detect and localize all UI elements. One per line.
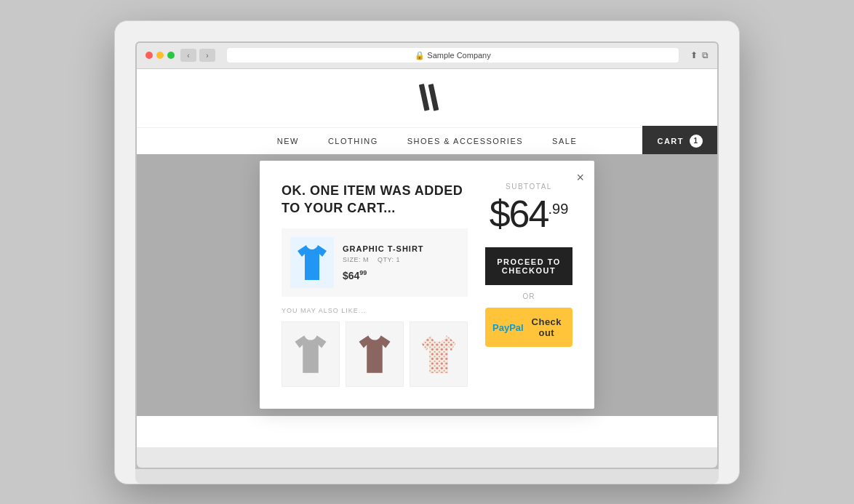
price-cents: .99	[548, 201, 568, 217]
laptop-frame: ‹ › 🔒 Sample Company ⬆ ⧉	[114, 20, 740, 484]
nav-items: NEW CLOTHING SHOES & ACCESSORIES SALE	[277, 128, 577, 154]
paypal-checkout-text: Check out	[528, 316, 565, 338]
nav-item-shoes[interactable]: SHOES & ACCESSORIES	[407, 137, 523, 145]
cart-item: GRAPHIC T-SHIRT SIZE: M QTY: 1 $	[282, 228, 468, 297]
nav-item-clothing[interactable]: CLOTHING	[328, 137, 378, 145]
tshirt-blue-icon	[296, 244, 328, 281]
laptop-bottom-bar	[137, 447, 717, 468]
laptop-base	[135, 469, 719, 484]
svg-rect-1	[428, 84, 439, 111]
site-header: NEW CLOTHING SHOES & ACCESSORIES SALE CA…	[137, 69, 717, 154]
modal-right: SUBTOTAL $64.99 PROCEED TO CHECKOUT OR P…	[485, 183, 572, 387]
site-nav: NEW CLOTHING SHOES & ACCESSORIES SALE CA…	[137, 127, 717, 154]
url-bar[interactable]: 🔒 Sample Company	[227, 48, 679, 63]
cart-label: CART	[657, 137, 684, 145]
patterned-shirt-icon	[421, 334, 456, 375]
browser-actions: ⬆ ⧉	[690, 50, 709, 60]
cart-nav-button[interactable]: CART 1	[642, 126, 717, 156]
proceed-checkout-button[interactable]: PROCEED TO CHECKOUT	[485, 247, 572, 285]
nav-item-new[interactable]: NEW	[277, 137, 299, 145]
paypal-checkout-button[interactable]: PayPal Check out	[485, 308, 572, 347]
price-dollars: $64	[490, 193, 548, 235]
suggestion-item-3[interactable]	[410, 321, 468, 387]
site-background: NEW CLOTHING SHOES & ACCESSORIES SALE CA…	[137, 69, 717, 447]
suggestion-item-1[interactable]	[282, 321, 340, 387]
item-qty: QTY: 1	[378, 256, 400, 263]
item-price: $6499	[343, 269, 459, 281]
site-logo	[412, 84, 442, 116]
modal-left: OK. ONE ITEM WAS ADDED TO YOUR CART...	[282, 183, 468, 387]
or-divider: OR	[523, 292, 535, 300]
you-may-like-label: YOU MAY ALSO LIKE...	[282, 307, 468, 314]
browser-dots	[145, 52, 175, 59]
browser-nav: ‹ ›	[180, 49, 215, 62]
tabs-button[interactable]: ⧉	[702, 50, 709, 60]
paypal-logo: PayPal	[492, 322, 524, 333]
svg-rect-0	[419, 84, 430, 111]
cart-item-image	[290, 237, 334, 288]
close-dot[interactable]	[145, 52, 153, 59]
nav-item-sale[interactable]: SALE	[552, 137, 577, 145]
cart-item-details: GRAPHIC T-SHIRT SIZE: M QTY: 1 $	[343, 244, 459, 281]
modal-close-button[interactable]: ×	[576, 171, 584, 184]
screen-content: × OK. ONE ITEM WAS ADDED TO YOUR CART...	[137, 154, 717, 416]
maximize-dot[interactable]	[167, 52, 175, 59]
logo-icon	[412, 84, 442, 113]
modal-layout: OK. ONE ITEM WAS ADDED TO YOUR CART...	[282, 183, 572, 387]
cart-modal: × OK. ONE ITEM WAS ADDED TO YOUR CART...	[260, 161, 594, 409]
forward-button[interactable]: ›	[199, 49, 215, 62]
url-text: 🔒 Sample Company	[415, 51, 491, 60]
subtotal-price: $64.99	[490, 195, 569, 233]
item-meta: SIZE: M QTY: 1	[343, 256, 459, 263]
back-button[interactable]: ‹	[180, 49, 196, 62]
minimize-dot[interactable]	[156, 52, 164, 59]
site-container: NEW CLOTHING SHOES & ACCESSORIES SALE CA…	[137, 69, 717, 447]
browser-bar: ‹ › 🔒 Sample Company ⬆ ⧉	[137, 43, 717, 69]
gray-tshirt-icon	[293, 334, 328, 375]
share-button[interactable]: ⬆	[690, 50, 698, 60]
brown-tshirt-icon	[357, 334, 392, 375]
cart-count-badge: 1	[690, 135, 703, 148]
modal-title: OK. ONE ITEM WAS ADDED TO YOUR CART...	[282, 183, 468, 217]
modal-overlay: × OK. ONE ITEM WAS ADDED TO YOUR CART...	[137, 154, 717, 416]
item-name: GRAPHIC T-SHIRT	[343, 244, 459, 253]
suggestion-items	[282, 321, 468, 387]
laptop-screen: ‹ › 🔒 Sample Company ⬆ ⧉	[135, 41, 719, 469]
item-size: SIZE: M	[343, 256, 369, 263]
subtotal-label: SUBTOTAL	[506, 183, 552, 191]
suggestion-item-2[interactable]	[346, 321, 404, 387]
